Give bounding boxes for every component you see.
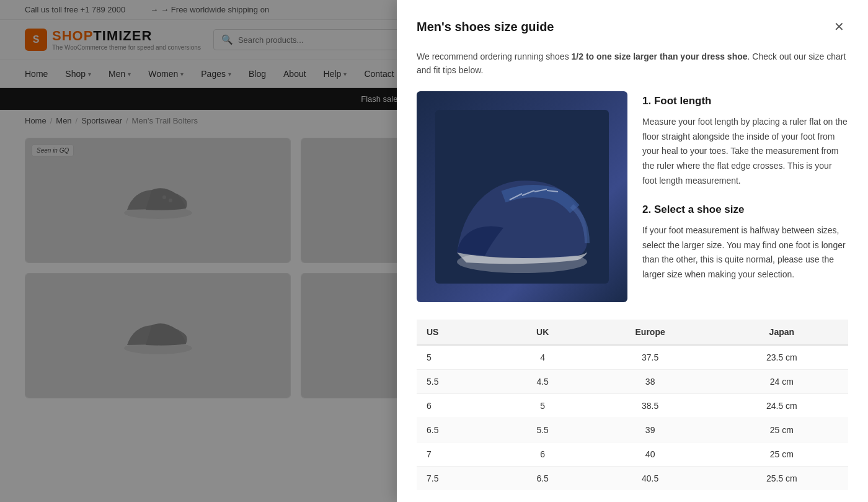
table-cell: 6 [417,393,500,405]
modal-close-button[interactable]: ✕ [830,17,848,36]
table-cell: 5 [500,393,585,405]
intro-text: We recommend ordering running shoes 1/2 … [417,50,848,78]
table-cell: 23.5 cm [715,345,848,370]
table-cell: 37.5 [585,345,715,370]
table-cell: 38.5 [585,393,715,405]
col-header-uk: UK [500,320,585,345]
size-guide-modal: Men's shoes size guide ✕ We recommend or… [397,0,868,405]
image-section: 1. Foot length Measure your foot length … [417,91,848,302]
table-cell: 24.5 cm [715,393,848,405]
col-header-us: US [417,320,500,345]
table-cell: 4.5 [500,369,585,393]
table-row: 5.54.53824 cm [417,369,848,393]
modal-header: Men's shoes size guide ✕ [417,17,848,36]
section-1-title: 1. Foot length [642,95,848,107]
size-table: US UK Europe Japan 5437.523.5 cm5.54.538… [417,320,848,405]
col-header-japan: Japan [715,320,848,345]
section-select-size: 2. Select a shoe size If your foot measu… [642,204,848,282]
table-header-row: US UK Europe Japan [417,320,848,345]
section-2-body: If your foot measurement is halfway betw… [642,223,848,282]
sections-text: 1. Foot length Measure your foot length … [642,91,848,302]
section-foot-length: 1. Foot length Measure your foot length … [642,95,848,189]
shoe-photo [417,91,627,302]
table-cell: 24 cm [715,369,848,393]
section-2-title: 2. Select a shoe size [642,204,848,216]
table-row: 5437.523.5 cm [417,345,848,370]
table-cell: 4 [500,345,585,370]
modal-title: Men's shoes size guide [417,20,554,34]
table-cell: 38 [585,369,715,393]
section-1-body: Measure your foot length by placing a ru… [642,115,848,189]
close-icon: ✕ [834,19,844,34]
table-cell: 5.5 [417,369,500,393]
col-header-europe: Europe [585,320,715,345]
modal-overlay[interactable]: Men's shoes size guide ✕ We recommend or… [0,0,868,405]
table-row: 6538.524.5 cm [417,393,848,405]
table-cell: 5 [417,345,500,370]
shoe-photo-svg [435,110,609,284]
